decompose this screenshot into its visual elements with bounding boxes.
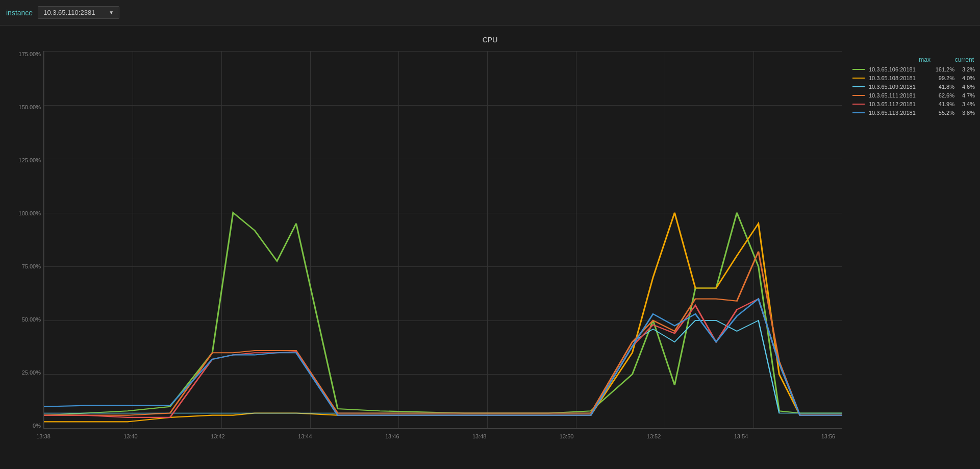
y-label-150: 150.00% <box>19 104 41 110</box>
legend-max-4: 41.9% <box>932 101 954 107</box>
chart-legend: max current 10.3.65.106:20181 161.2% 3.2… <box>852 56 975 118</box>
legend-col-max: max <box>908 56 931 63</box>
legend-name-5: 10.3.65.113:20181 <box>869 110 932 116</box>
instance-dropdown[interactable]: 10.3.65.110:2381 ▼ <box>38 6 119 19</box>
header: instance 10.3.65.110:2381 ▼ <box>0 0 980 26</box>
legend-header: max current <box>852 56 975 63</box>
legend-row-2: 10.3.65.109:20181 41.8% 4.6% <box>852 84 975 90</box>
x-axis: 13:38 13:40 13:42 13:44 13:46 13:48 13:5… <box>43 431 842 444</box>
legend-line-1 <box>852 78 865 79</box>
x-label-1338: 13:38 <box>36 433 51 439</box>
y-axis: 175.00% 150.00% 125.00% 100.00% 75.00% 5… <box>10 51 43 429</box>
legend-name-1: 10.3.65.108:20181 <box>869 75 932 81</box>
dropdown-value: 10.3.65.110:2381 <box>43 9 95 16</box>
y-label-25: 25.00% <box>22 369 41 376</box>
x-label-1350: 13:50 <box>560 433 574 439</box>
x-label-1342: 13:42 <box>211 433 225 439</box>
legend-max-5: 55.2% <box>932 110 954 116</box>
x-label-1344: 13:44 <box>298 433 312 439</box>
y-label-0: 0% <box>33 423 41 429</box>
legend-name-0: 10.3.65.106:20181 <box>869 66 932 72</box>
y-label-125: 125.00% <box>19 157 41 163</box>
x-label-1352: 13:52 <box>647 433 661 439</box>
x-label-1356: 13:56 <box>821 433 836 439</box>
legend-max-3: 62.6% <box>932 92 954 98</box>
y-label-75: 75.00% <box>22 263 41 269</box>
legend-row-3: 10.3.65.111:20181 62.6% 4.7% <box>852 92 975 98</box>
x-label-1348: 13:48 <box>472 433 487 439</box>
legend-name-3: 10.3.65.111:20181 <box>869 92 932 98</box>
legend-row-1: 10.3.65.108:20181 99.2% 4.0% <box>852 75 975 81</box>
x-label-1340: 13:40 <box>123 433 138 439</box>
y-label-50: 50.00% <box>22 316 41 323</box>
y-label-100: 100.00% <box>19 210 41 216</box>
legend-row-5: 10.3.65.113:20181 55.2% 3.8% <box>852 110 975 116</box>
chart-container: CPU 175.00% 150.00% 125.00% 100.00% 75.0… <box>0 26 980 464</box>
legend-max-2: 41.8% <box>932 84 954 90</box>
series-line-0 <box>44 213 842 415</box>
series-line-5 <box>44 299 842 415</box>
legend-current-3: 4.7% <box>954 92 975 98</box>
legend-col-current: current <box>951 56 974 63</box>
legend-current-4: 3.4% <box>954 101 975 107</box>
instance-label: instance <box>6 9 33 17</box>
y-label-175: 175.00% <box>19 51 41 57</box>
series-line-4 <box>44 299 842 417</box>
legend-line-4 <box>852 104 865 105</box>
chart-svg <box>44 51 842 428</box>
legend-row-0: 10.3.65.106:20181 161.2% 3.2% <box>852 66 975 72</box>
legend-line-3 <box>852 95 865 96</box>
plot-area <box>43 51 842 429</box>
chart-area: 175.00% 150.00% 125.00% 100.00% 75.00% 5… <box>10 51 842 444</box>
legend-row-4: 10.3.65.112:20181 41.9% 3.4% <box>852 101 975 107</box>
legend-max-0: 161.2% <box>932 66 954 72</box>
legend-name-2: 10.3.65.109:20181 <box>869 84 932 90</box>
legend-line-5 <box>852 112 865 113</box>
legend-name-4: 10.3.65.112:20181 <box>869 101 932 107</box>
series-line-1 <box>44 213 842 422</box>
legend-current-1: 4.0% <box>954 75 975 81</box>
chart-title: CPU <box>483 36 498 44</box>
legend-line-0 <box>852 69 865 70</box>
x-label-1354: 13:54 <box>734 433 748 439</box>
x-label-1346: 13:46 <box>385 433 399 439</box>
legend-current-5: 3.8% <box>954 110 975 116</box>
legend-max-1: 99.2% <box>932 75 954 81</box>
legend-current-0: 3.2% <box>954 66 975 72</box>
legend-current-2: 4.6% <box>954 84 975 90</box>
dropdown-arrow: ▼ <box>109 10 114 15</box>
legend-line-2 <box>852 86 865 87</box>
